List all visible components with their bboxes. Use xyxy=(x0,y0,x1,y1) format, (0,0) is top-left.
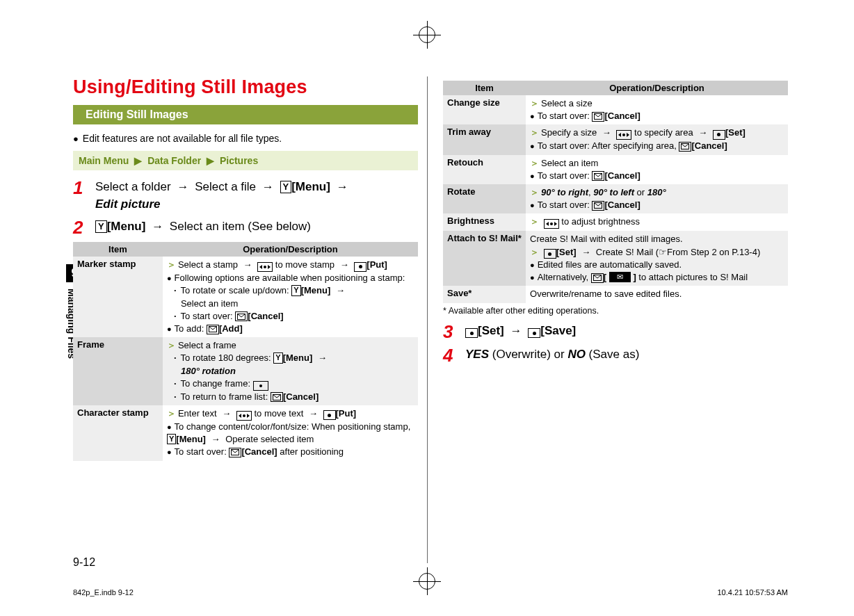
menu-label: [Menu] xyxy=(107,220,146,233)
step-3: 3 [Set] → [Save] xyxy=(443,323,788,341)
mail-key-icon xyxy=(592,201,604,211)
table-header-row: Item Operation/Description xyxy=(73,242,418,257)
y-key-icon: Y xyxy=(280,181,292,193)
table-row: Change size ＞Select a size To start over… xyxy=(443,95,788,124)
desc-frame: ＞Select a frame To rotate 180 degrees: Y… xyxy=(163,337,418,405)
subheading-bar: Editing Still Images xyxy=(73,105,418,124)
operations-table-left: Item Operation/Description Marker stamp … xyxy=(73,242,418,460)
footer-timestamp: 10.4.21 10:57:53 AM xyxy=(717,588,788,597)
step-2: 2 Y[Menu] → Select an item (See below) xyxy=(73,218,418,236)
step-number: 3 xyxy=(443,323,457,341)
item-trim-away: Trim away xyxy=(443,124,526,154)
step-body: [Set] → [Save] xyxy=(465,323,788,341)
nav-sep-icon: ▶ xyxy=(207,155,214,166)
step-number: 1 xyxy=(73,179,87,213)
desc-character-stamp: ＞Enter text → to move text → [Put] To ch… xyxy=(163,405,418,461)
item-brightness: Brightness xyxy=(443,213,526,231)
y-key-icon: Y xyxy=(95,220,107,233)
step1-select-file: Select a file xyxy=(195,180,256,193)
mail-key-icon xyxy=(229,448,241,457)
mail-key-icon xyxy=(235,311,248,321)
desc-brightness: ＞ to adjust brightness xyxy=(526,213,788,231)
step-number: 2 xyxy=(73,218,87,236)
table-row: Retouch ＞Select an item To start over: [… xyxy=(443,155,788,184)
table-row: Frame ＞Select a frame To rotate 180 degr… xyxy=(73,337,418,405)
subheading: Editing Still Images xyxy=(79,105,418,124)
table-row: Attach to S! Mail* Create S! Mail with e… xyxy=(443,231,788,286)
operations-table-right: Item Operation/Description Change size ＞… xyxy=(443,81,788,303)
table-row: Save* Overwrite/rename to save edited fi… xyxy=(443,286,788,302)
no-label: NO xyxy=(567,348,586,361)
menu-label: [Menu] xyxy=(291,180,330,193)
step-body: Y[Menu] → Select an item (See below) xyxy=(95,218,418,236)
arrow-icon: → xyxy=(177,180,188,193)
page-content: Using/Editing Still Images Editing Still… xyxy=(73,76,788,533)
registration-mark-top xyxy=(413,21,441,49)
item-rotate: Rotate xyxy=(443,184,526,213)
arrow-icon: → xyxy=(152,220,163,233)
desc-retouch: ＞Select an item To start over: [Cancel] xyxy=(526,155,788,184)
table-row: Rotate ＞90° to right, 90° to left or 180… xyxy=(443,184,788,213)
center-button-icon xyxy=(465,328,478,338)
step-body: Select a folder → Select a file → Y[Menu… xyxy=(95,179,418,213)
print-footer: 842p_E.indb 9-12 10.4.21 10:57:53 AM xyxy=(73,588,788,597)
item-frame: Frame xyxy=(73,337,163,405)
step-1: 1 Select a folder → Select a file → Y[Me… xyxy=(73,179,418,213)
note-list: Edit features are not available for all … xyxy=(73,133,418,144)
nav-main-menu: Main Menu xyxy=(79,155,129,166)
save-label: [Save] xyxy=(540,324,576,337)
edit-picture-label: Edit picture xyxy=(95,197,161,211)
note-text: Edit features are not available for all … xyxy=(73,133,418,144)
arrow-icon: → xyxy=(510,324,522,337)
dpad-icon xyxy=(236,411,252,421)
dpad-horizontal-icon xyxy=(253,381,268,391)
mail-key-icon xyxy=(207,325,219,334)
y-key-icon: Y xyxy=(273,352,282,363)
center-button-icon xyxy=(544,249,556,259)
step-number: 4 xyxy=(443,346,457,364)
set-label: [Set] xyxy=(478,324,504,337)
desc-attach-smail: Create S! Mail with edited still images.… xyxy=(526,231,788,286)
step2-select-item: Select an item (See below) xyxy=(170,220,311,233)
th-operation: Operation/Description xyxy=(526,81,788,95)
step1-select-folder: Select a folder xyxy=(95,180,171,193)
right-column: Item Operation/Description Change size ＞… xyxy=(443,76,788,533)
attach-image-icon: ✉ xyxy=(609,272,631,282)
desc-save: Overwrite/rename to save edited files. xyxy=(526,286,788,302)
step-body: YES (Overwrite) or NO (Save as) xyxy=(465,346,788,364)
item-attach-smail: Attach to S! Mail* xyxy=(443,231,526,286)
page-number: 9-12 xyxy=(73,556,95,569)
table-header-row: Item Operation/Description xyxy=(443,81,788,95)
desc-trim-away: ＞Specify a size → to specify area → [Set… xyxy=(526,124,788,154)
table-row: Marker stamp ＞Select a stamp → to move s… xyxy=(73,257,418,337)
item-save: Save* xyxy=(443,286,526,302)
item-retouch: Retouch xyxy=(443,155,526,184)
mail-key-icon xyxy=(591,273,604,283)
item-character-stamp: Character stamp xyxy=(73,405,163,461)
y-key-icon: Y xyxy=(167,434,176,444)
th-item: Item xyxy=(443,81,526,95)
table-row: Trim away ＞Specify a size → to specify a… xyxy=(443,124,788,154)
dpad-icon xyxy=(616,130,631,140)
table-row: Character stamp ＞Enter text → to move te… xyxy=(73,405,418,461)
center-button-icon xyxy=(713,130,725,140)
nav-pictures: Pictures xyxy=(220,155,258,166)
center-button-icon xyxy=(528,328,540,338)
desc-rotate: ＞90° to right, 90° to left or 180° To st… xyxy=(526,184,788,213)
mail-key-icon xyxy=(271,392,283,402)
center-button-icon xyxy=(323,410,336,420)
th-operation: Operation/Description xyxy=(163,242,418,257)
mail-key-icon xyxy=(679,142,691,152)
desc-marker-stamp: ＞Select a stamp → to move stamp → [Put] … xyxy=(163,257,418,337)
center-button-icon xyxy=(354,262,366,272)
dpad-icon xyxy=(257,262,273,272)
step-4: 4 YES (Overwrite) or NO (Save as) xyxy=(443,346,788,364)
breadcrumb: Main Menu ▶ Data Folder ▶ Pictures xyxy=(73,151,418,170)
footer-filename: 842p_E.indb 9-12 xyxy=(73,588,134,597)
nav-sep-icon: ▶ xyxy=(134,155,142,166)
dpad-horizontal-icon xyxy=(544,219,559,229)
yes-label: YES xyxy=(465,348,489,361)
item-marker-stamp: Marker stamp xyxy=(73,257,163,337)
arrow-icon: → xyxy=(262,180,274,193)
arrow-icon: → xyxy=(337,180,348,193)
